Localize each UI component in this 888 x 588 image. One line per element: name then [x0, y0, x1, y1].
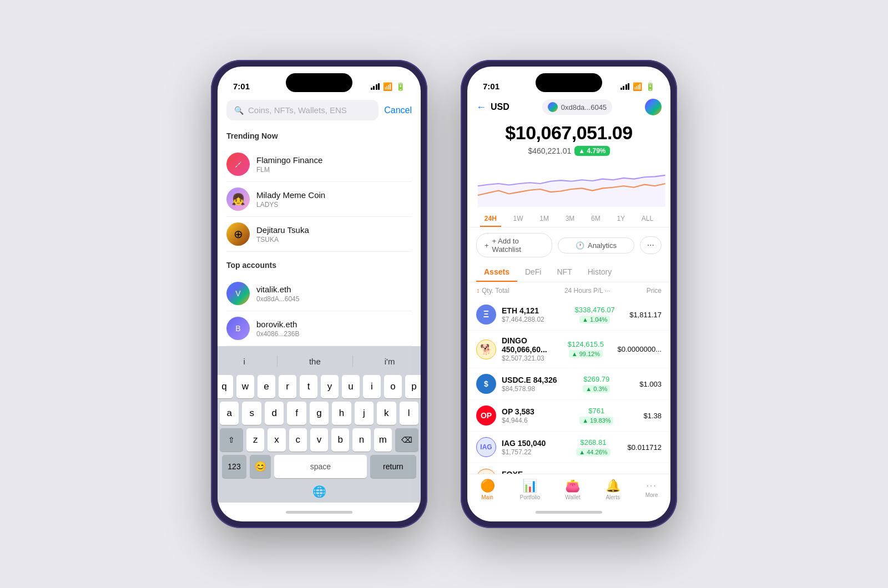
- key-h[interactable]: h: [332, 402, 351, 425]
- nav-main[interactable]: 🟠 Main: [480, 479, 495, 500]
- tab-nft[interactable]: NFT: [549, 263, 579, 282]
- cancel-button[interactable]: Cancel: [384, 105, 412, 115]
- list-item[interactable]: B borovik.eth 0x4086...236B: [226, 311, 412, 346]
- nav-portfolio-label: Portfolio: [520, 494, 541, 500]
- key-m[interactable]: m: [374, 428, 392, 452]
- tab-assets[interactable]: Assets: [476, 263, 517, 282]
- add-to-watchlist-button[interactable]: + + Add to Watchlist: [476, 233, 552, 257]
- flamingo-info: Flamingo Finance FLM: [256, 155, 412, 174]
- key-y[interactable]: y: [321, 375, 339, 398]
- key-o[interactable]: o: [384, 375, 402, 398]
- keyboard-row-2: a s d f g h j k l: [220, 402, 418, 425]
- table-row[interactable]: Ξ ETH 4,121 $7,464,288.02 $338,476.07 ▲ …: [467, 299, 670, 331]
- profile-avatar[interactable]: [645, 99, 662, 115]
- return-key[interactable]: return: [370, 455, 416, 478]
- wallet-change: $460,221.01 ▲ 4.79%: [476, 146, 662, 156]
- space-key[interactable]: space: [274, 455, 367, 478]
- emoji-key[interactable]: 😊: [250, 455, 271, 478]
- list-item[interactable]: 👧 Milady Meme Coin LADYS: [226, 182, 412, 217]
- filter-1w[interactable]: 1W: [509, 211, 528, 227]
- suggestion-the[interactable]: the: [302, 354, 327, 368]
- search-input[interactable]: Coins, NFTs, Wallets, ENS: [248, 105, 347, 115]
- nav-portfolio[interactable]: 📊 Portfolio: [520, 479, 541, 500]
- key-s[interactable]: s: [242, 402, 261, 425]
- suggestion-im[interactable]: i'm: [378, 354, 402, 368]
- key-l[interactable]: l: [400, 402, 418, 425]
- borovik-avatar: B: [226, 317, 250, 340]
- more-button[interactable]: ···: [640, 236, 662, 254]
- filter-24h[interactable]: 24H: [480, 211, 501, 227]
- key-f[interactable]: f: [287, 402, 306, 425]
- key-b[interactable]: b: [331, 428, 349, 452]
- dingo-name: DINGO 450,066,60...: [502, 336, 554, 354]
- key-j[interactable]: j: [355, 402, 374, 425]
- keyboard-row-1: q w e r t y u i o p: [220, 375, 418, 398]
- key-a[interactable]: a: [220, 402, 239, 425]
- nav-alerts[interactable]: 🔔 Alerts: [606, 479, 620, 500]
- col-price-header: Price: [624, 287, 662, 295]
- filter-all[interactable]: ALL: [637, 211, 658, 227]
- filter-1m[interactable]: 1M: [535, 211, 553, 227]
- alerts-icon: 🔔: [606, 479, 620, 493]
- op-pnl-amount: $761: [567, 407, 626, 415]
- signal-icon-2: [620, 83, 630, 90]
- wallet-icon: 👛: [565, 479, 580, 493]
- key-r[interactable]: r: [279, 375, 296, 398]
- key-q[interactable]: q: [218, 375, 233, 398]
- usdc-price: $1.003: [632, 380, 662, 388]
- globe-icon[interactable]: 🌐: [312, 485, 326, 498]
- phone-wallet: 7:01 📶 🔋 ← USD: [461, 60, 677, 528]
- dingo-icon: 🐕: [476, 339, 496, 359]
- table-row[interactable]: OP OP 3,583 $4,944.6 $761 ▲ 19.83% $1.38: [467, 400, 670, 432]
- filter-1y[interactable]: 1Y: [612, 211, 629, 227]
- table-row[interactable]: 🐕 DINGO 450,066,60... $2,507,321.03 $124…: [467, 331, 670, 368]
- tab-defi[interactable]: DeFi: [517, 263, 549, 282]
- delete-key[interactable]: ⌫: [395, 428, 418, 452]
- back-button[interactable]: ←: [476, 102, 486, 113]
- nav-more[interactable]: ··· More: [645, 481, 658, 498]
- dejitaru-info: Dejitaru Tsuka TSUKA: [256, 225, 412, 244]
- tab-history[interactable]: History: [580, 263, 620, 282]
- key-d[interactable]: d: [265, 402, 284, 425]
- usdc-pnl-amount: $269.79: [567, 375, 626, 383]
- key-z[interactable]: z: [246, 428, 264, 452]
- key-x[interactable]: x: [268, 428, 285, 452]
- suggestion-i[interactable]: i: [237, 354, 252, 368]
- key-t[interactable]: t: [300, 375, 317, 398]
- filter-6m[interactable]: 6M: [587, 211, 605, 227]
- list-item[interactable]: ⊕ Dejitaru Tsuka TSUKA: [226, 217, 412, 252]
- key-c[interactable]: c: [289, 428, 307, 452]
- key-k[interactable]: k: [377, 402, 396, 425]
- key-e[interactable]: e: [258, 375, 275, 398]
- filter-3m[interactable]: 3M: [561, 211, 579, 227]
- search-bar[interactable]: 🔍 Coins, NFTs, Wallets, ENS: [226, 100, 379, 120]
- price-chart: [467, 156, 670, 211]
- key-u[interactable]: u: [342, 375, 360, 398]
- eth-pnl-pct: ▲ 1.04%: [579, 316, 610, 323]
- address-pill[interactable]: 0xd8da...6045: [542, 99, 612, 115]
- key-v[interactable]: v: [310, 428, 328, 452]
- trending-title: Trending Now: [226, 131, 412, 140]
- eth-pnl-amount: $338,476.07: [566, 306, 624, 314]
- nav-wallet[interactable]: 👛 Wallet: [565, 479, 580, 500]
- dingo-value: $2,507,321.03: [502, 354, 554, 362]
- table-row[interactable]: 🦊 FOXE 1,777,819,000... $49.85: [467, 463, 670, 474]
- key-w[interactable]: w: [236, 375, 254, 398]
- borovik-info: borovik.eth 0x4086...236B: [256, 320, 412, 338]
- table-row[interactable]: $ USDC.E 84,326 $84,578.98 $269.79 ▲ 0.3…: [467, 368, 670, 400]
- key-g[interactable]: g: [310, 402, 329, 425]
- list-item[interactable]: V vitalik.eth 0xd8dA...6045: [226, 276, 412, 311]
- milady-icon: 👧: [226, 187, 250, 211]
- key-n[interactable]: n: [352, 428, 370, 452]
- status-icons-2: 📶 🔋: [620, 82, 655, 91]
- accounts-title: Top accounts: [226, 261, 412, 270]
- num-key[interactable]: 123: [222, 455, 246, 478]
- currency-label: USD: [491, 102, 509, 112]
- key-i[interactable]: i: [363, 375, 381, 398]
- shift-key[interactable]: ⇧: [220, 428, 243, 452]
- key-p[interactable]: p: [405, 375, 421, 398]
- table-row[interactable]: IAG IAG 150,040 $1,757.22 $268.81 ▲ 44.2…: [467, 432, 670, 463]
- list-item[interactable]: ⟋ Flamingo Finance FLM: [226, 147, 412, 182]
- analytics-button[interactable]: 🕐 Analytics: [558, 237, 634, 254]
- more-icon: ···: [646, 481, 657, 491]
